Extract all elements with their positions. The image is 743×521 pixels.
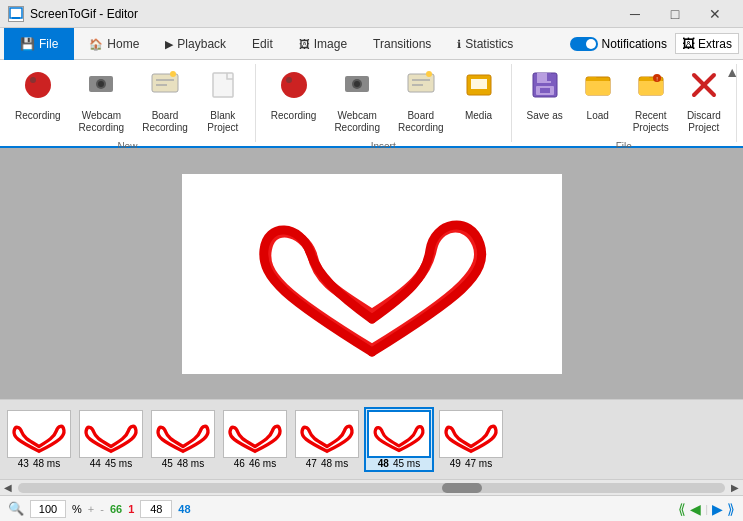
ribbon-content: Recording Webcam Recording bbox=[0, 60, 743, 148]
canvas-svg bbox=[182, 174, 562, 374]
toggle-knob bbox=[586, 39, 596, 49]
save-as-button[interactable]: Save as bbox=[520, 64, 570, 127]
nav-separator: | bbox=[705, 503, 708, 515]
svg-point-16 bbox=[354, 81, 360, 87]
transitions-tab-label: Transitions bbox=[373, 37, 431, 51]
tab-transitions[interactable]: Transitions bbox=[360, 28, 444, 60]
main-canvas-area bbox=[0, 148, 743, 399]
nav-prev-button[interactable]: ◀ bbox=[690, 501, 701, 517]
svg-rect-25 bbox=[547, 73, 551, 81]
image-tab-label: Image bbox=[314, 37, 347, 51]
maximize-button[interactable]: □ bbox=[655, 0, 695, 28]
count-red: 1 bbox=[128, 503, 134, 515]
insert-board-button[interactable]: Board Recording bbox=[391, 64, 451, 139]
svg-point-8 bbox=[170, 71, 176, 77]
frame-45-label: 45 48 ms bbox=[162, 458, 204, 469]
board-recording-button[interactable]: Board Recording bbox=[135, 64, 195, 139]
webcam-recording-icon bbox=[85, 69, 117, 108]
ribbon-group-new: Recording Webcam Recording bbox=[0, 64, 256, 142]
frame-46-ms: 46 ms bbox=[249, 458, 276, 469]
scroll-left-button[interactable]: ◀ bbox=[2, 482, 14, 493]
recent-projects-icon: ! bbox=[635, 69, 667, 108]
file-tab-icon: 💾 bbox=[20, 37, 35, 51]
scrollbar-thumb[interactable] bbox=[442, 483, 482, 493]
playback-tab-label: Playback bbox=[177, 37, 226, 51]
frame-49-label: 49 47 ms bbox=[450, 458, 492, 469]
status-bar-left: 🔍 % + - 66 1 48 bbox=[8, 500, 191, 518]
nav-next-button[interactable]: ▶ bbox=[712, 501, 723, 517]
tab-statistics[interactable]: ℹ Statistics bbox=[444, 28, 526, 60]
media-button[interactable]: Media bbox=[455, 64, 503, 127]
ribbon-group-new-items: Recording Webcam Recording bbox=[8, 64, 247, 139]
insert-webcam-button[interactable]: Webcam Recording bbox=[327, 64, 387, 139]
blank-project-button[interactable]: Blank Project bbox=[199, 64, 247, 139]
frame-46-label: 46 46 ms bbox=[234, 458, 276, 469]
svg-rect-1 bbox=[12, 17, 20, 19]
zoom-input[interactable] bbox=[30, 500, 66, 518]
status-bar-right: ⟪ ◀ | ▶ ⟫ bbox=[678, 501, 735, 517]
frame-47[interactable]: 47 48 ms bbox=[292, 410, 362, 469]
svg-point-18 bbox=[426, 71, 432, 77]
extras-button[interactable]: 🖼 Extras bbox=[675, 33, 739, 54]
frame-count-input[interactable] bbox=[140, 500, 172, 518]
svg-rect-29 bbox=[586, 81, 610, 95]
webcam-recording-label: Webcam Recording bbox=[79, 110, 125, 134]
frame-49[interactable]: 49 47 ms bbox=[436, 410, 506, 469]
ribbon-tabs-right: Notifications 🖼 Extras bbox=[570, 33, 739, 54]
save-as-icon bbox=[529, 69, 561, 108]
discard-project-button[interactable]: Discard Project bbox=[680, 64, 728, 139]
frame-43[interactable]: 43 48 ms bbox=[4, 410, 74, 469]
frame-44[interactable]: 44 45 ms bbox=[76, 410, 146, 469]
filmstrip-area: 43 48 ms 44 45 ms 45 48 ms bbox=[0, 399, 743, 479]
extras-label: Extras bbox=[698, 37, 732, 51]
frame-44-label: 44 45 ms bbox=[90, 458, 132, 469]
frame-45-num: 45 bbox=[162, 458, 173, 469]
titlebar-left: ScreenToGif - Editor bbox=[8, 6, 138, 22]
save-as-label: Save as bbox=[527, 110, 563, 122]
svg-rect-31 bbox=[639, 81, 663, 95]
ribbon-group-file-items: Save as Load bbox=[520, 64, 728, 139]
scroll-right-button[interactable]: ▶ bbox=[729, 482, 741, 493]
close-button[interactable]: ✕ bbox=[695, 0, 735, 28]
notifications-toggle[interactable]: Notifications bbox=[570, 37, 667, 51]
percent-separator2: - bbox=[100, 503, 104, 515]
scrollbar-row: ◀ ▶ bbox=[0, 479, 743, 495]
nav-go-end-button[interactable]: ⟫ bbox=[727, 501, 735, 517]
frame-48-num: 48 bbox=[378, 458, 389, 469]
frame-48-ms: 45 ms bbox=[393, 458, 420, 469]
frame-48[interactable]: 48 45 ms bbox=[364, 407, 434, 472]
nav-go-start-button[interactable]: ⟪ bbox=[678, 501, 686, 517]
svg-point-13 bbox=[286, 77, 292, 83]
frame-49-num: 49 bbox=[450, 458, 461, 469]
svg-point-3 bbox=[30, 77, 36, 83]
tab-playback[interactable]: ▶ Playback bbox=[152, 28, 239, 60]
media-icon bbox=[463, 69, 495, 108]
tab-file[interactable]: 💾 File bbox=[4, 28, 74, 60]
frame-47-label: 47 48 ms bbox=[306, 458, 348, 469]
tab-edit[interactable]: Edit bbox=[239, 28, 286, 60]
svg-point-2 bbox=[25, 72, 51, 98]
frame-46[interactable]: 46 46 ms bbox=[220, 410, 290, 469]
recent-projects-button[interactable]: ! Recent Projects bbox=[626, 64, 676, 139]
svg-rect-22 bbox=[471, 79, 487, 89]
load-button[interactable]: Load bbox=[574, 64, 622, 127]
insert-recording-button[interactable]: Recording bbox=[264, 64, 324, 127]
scrollbar-track[interactable] bbox=[18, 483, 725, 493]
status-bar: 🔍 % + - 66 1 48 ⟪ ◀ | ▶ ⟫ bbox=[0, 495, 743, 521]
app-title: ScreenToGif - Editor bbox=[30, 7, 138, 21]
insert-webcam-icon bbox=[341, 69, 373, 108]
ribbon-collapse-button[interactable]: ▲ bbox=[725, 64, 739, 80]
load-icon bbox=[582, 69, 614, 108]
recording-button[interactable]: Recording bbox=[8, 64, 68, 127]
webcam-recording-button[interactable]: Webcam Recording bbox=[72, 64, 132, 139]
minimize-button[interactable]: ─ bbox=[615, 0, 655, 28]
search-icon: 🔍 bbox=[8, 501, 24, 516]
tab-home[interactable]: 🏠 Home bbox=[76, 28, 152, 60]
notifications-label: Notifications bbox=[602, 37, 667, 51]
tab-image[interactable]: 🖼 Image bbox=[286, 28, 360, 60]
svg-rect-27 bbox=[540, 88, 550, 93]
svg-rect-0 bbox=[10, 8, 22, 18]
svg-rect-11 bbox=[213, 73, 233, 97]
frame-45[interactable]: 45 48 ms bbox=[148, 410, 218, 469]
statistics-tab-label: Statistics bbox=[465, 37, 513, 51]
